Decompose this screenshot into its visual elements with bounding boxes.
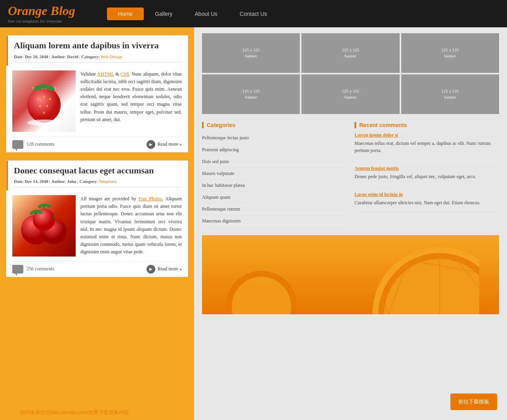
- svg-point-7: [39, 105, 41, 107]
- recent-comment-1: Lorem ipsum dolor si Maecenas tellus era…: [355, 132, 499, 160]
- post-2-comments: 256 comments: [12, 265, 54, 274]
- post-2-category[interactable]: Templates: [99, 179, 116, 184]
- recent-comment-3: Lacus enim id lacinia in Curabitur ullam…: [355, 192, 499, 212]
- main-nav: Home Gallery About Us Contact Us: [107, 8, 278, 20]
- banner-3[interactable]: 125 x 125banner: [401, 33, 499, 73]
- nav-about[interactable]: About Us: [184, 8, 229, 20]
- post-2-read-more-label: Read more »: [158, 266, 182, 272]
- post-1-read-more[interactable]: ▶ Read more »: [147, 140, 182, 149]
- nav-home[interactable]: Home: [107, 8, 144, 20]
- post-2-title: Donec consequat lacus eget accumsan: [14, 165, 182, 176]
- recent-comments-col: Recent comments Lorem ipsum dolor si Mae…: [355, 122, 499, 235]
- recent-comment-2-text: Donec pede justo, fringilla vel, aliquet…: [355, 173, 499, 180]
- banner-4[interactable]: 125 x 125banner: [202, 74, 300, 114]
- main-content: Aliquam lorem ante dapibus in viverra Da…: [0, 27, 194, 420]
- category-item-7[interactable]: Pellentesque rutrum: [202, 203, 347, 215]
- banner-5[interactable]: 125 x 125banner: [301, 74, 399, 114]
- post-1-date-label: Date: [14, 54, 23, 59]
- comment-bubble-2: [12, 265, 23, 274]
- post-2-header: Donec consequat lacus eget accumsan Date…: [6, 161, 188, 190]
- post-2-free-photos-link[interactable]: Free Photos: [139, 196, 162, 201]
- comment-bubble-1: [12, 140, 23, 149]
- sidebar: 125 x 125banner 125 x 125banner 125 x 12…: [194, 27, 507, 420]
- categories-list: Pellentesque lectus justo Praesent adipi…: [202, 132, 347, 227]
- category-item-4[interactable]: Mauris vulputate: [202, 168, 347, 180]
- post-1-meta: Date: Dec 20, 2048 | Author: David | Cat…: [14, 54, 182, 63]
- category-item-2[interactable]: Praesent adipiscing: [202, 144, 347, 156]
- post-1: Aliquam lorem ante dapibus in viverra Da…: [6, 35, 188, 152]
- recent-comment-1-title[interactable]: Lorem ipsum dolor si: [355, 132, 499, 138]
- banner-grid: 125 x 125banner 125 x 125banner 125 x 12…: [202, 33, 499, 114]
- nav-gallery[interactable]: Gallery: [144, 8, 183, 20]
- sidebar-columns: Categories Pellentesque lectus justo Pra…: [202, 122, 499, 235]
- post-1-body: Validate XHTML & CSS. Nunc aliquam, dolo…: [6, 66, 188, 137]
- recent-comment-3-text: Curabitur ullamcorper ultricies nisi. Na…: [355, 199, 499, 206]
- category-item-5[interactable]: In hac habitasse platea: [202, 180, 347, 192]
- banner-6[interactable]: 125 x 125banner: [401, 74, 499, 114]
- post-1-read-more-label: Read more »: [158, 141, 182, 147]
- post-1-image: [12, 70, 76, 132]
- watermark: 访问鱼多社区bbs.xienlao.com免费下载更多内容: [20, 409, 129, 416]
- post-2-comments-text: 256 comments: [27, 266, 54, 272]
- recent-comment-3-title[interactable]: Lacus enim id lacinia in: [355, 192, 499, 198]
- post-2-author: John: [67, 179, 76, 184]
- category-item-6[interactable]: Aliquam quam: [202, 192, 347, 203]
- categories-col: Categories Pellentesque lectus justo Pra…: [202, 122, 347, 235]
- category-item-1[interactable]: Pellentesque lectus justo: [202, 132, 347, 144]
- post-1-category[interactable]: Web Design: [101, 54, 122, 59]
- banner-1[interactable]: 125 x 125banner: [202, 33, 300, 73]
- recent-comments-section: Recent comments Lorem ipsum dolor si Mae…: [355, 122, 499, 212]
- post-2-text: All images are provided by Free Photos. …: [80, 195, 182, 257]
- post-1-footer: 128 comments ▶ Read more »: [6, 137, 188, 152]
- post-2-date-label: Date: [14, 179, 23, 184]
- svg-point-4: [37, 98, 39, 100]
- svg-point-2: [27, 120, 61, 126]
- recent-comment-1-text: Maecenas tellus erat, dictum vel semper …: [355, 140, 499, 154]
- svg-point-8: [46, 105, 48, 107]
- categories-title: Categories: [202, 122, 347, 128]
- post-1-css-link[interactable]: CSS: [120, 71, 129, 77]
- svg-point-6: [49, 98, 51, 100]
- post-2-meta: Date: Dec 14, 2048 | Author: John | Cate…: [14, 179, 182, 187]
- post-1-text: Validate XHTML & CSS. Nunc aliquam, dolo…: [80, 70, 182, 132]
- wrapper: Aliquam lorem ante dapibus in viverra Da…: [0, 27, 507, 420]
- post-2: Donec consequat lacus eget accumsan Date…: [6, 160, 188, 277]
- post-1-cat-label: Category: [81, 54, 98, 59]
- post-1-xhtml-link[interactable]: XHTML: [97, 71, 114, 77]
- post-2-cat-label: Category: [79, 179, 96, 184]
- site-subtitle: free css templates for everyone: [8, 19, 75, 23]
- post-2-author-label: Author: [51, 179, 65, 184]
- post-1-header: Aliquam lorem ante dapibus in viverra Da…: [6, 36, 188, 65]
- post-1-author-label: Author: [51, 54, 65, 59]
- play-icon-1: ▶: [147, 140, 155, 149]
- recent-comment-2-title[interactable]: Aenean feugiat mattis: [355, 165, 499, 171]
- svg-point-1: [27, 87, 61, 123]
- svg-point-9: [43, 112, 45, 114]
- post-2-image: [12, 195, 76, 257]
- post-1-author: David: [67, 54, 78, 59]
- post-2-body: All images are provided by Free Photos. …: [6, 190, 188, 261]
- post-2-read-more[interactable]: ▶ Read more »: [147, 265, 182, 274]
- download-button[interactable]: 前往下载模板: [450, 393, 497, 410]
- post-1-date: Dec 20, 2048: [25, 54, 48, 59]
- recent-comments-title: Recent comments: [355, 122, 499, 128]
- post-2-date: Dec 14, 2048: [25, 179, 48, 184]
- category-item-3[interactable]: Duis sed justo: [202, 156, 347, 168]
- site-title: Orange Blog: [8, 4, 75, 18]
- header: Orange Blog free css templates for every…: [0, 0, 507, 27]
- post-1-comments: 128 comments: [12, 140, 54, 149]
- post-2-footer: 256 comments ▶ Read more »: [6, 261, 188, 277]
- play-icon-2: ▶: [147, 265, 155, 274]
- nav-contact[interactable]: Contact Us: [229, 8, 278, 20]
- recent-comment-2: Aenean feugiat mattis Donec pede justo, …: [355, 165, 499, 186]
- categories-section: Categories Pellentesque lectus justo Pra…: [202, 122, 347, 227]
- banner-2[interactable]: 125 x 125banner: [301, 33, 399, 73]
- bottom-orange-area: [202, 235, 499, 314]
- post-1-title: Aliquam lorem ante dapibus in viverra: [14, 40, 182, 51]
- post-1-comments-text: 128 comments: [27, 141, 54, 147]
- svg-point-5: [43, 96, 45, 98]
- site-title-wrap: Orange Blog free css templates for every…: [8, 4, 75, 23]
- category-item-8[interactable]: Maecenas dignissim: [202, 215, 347, 227]
